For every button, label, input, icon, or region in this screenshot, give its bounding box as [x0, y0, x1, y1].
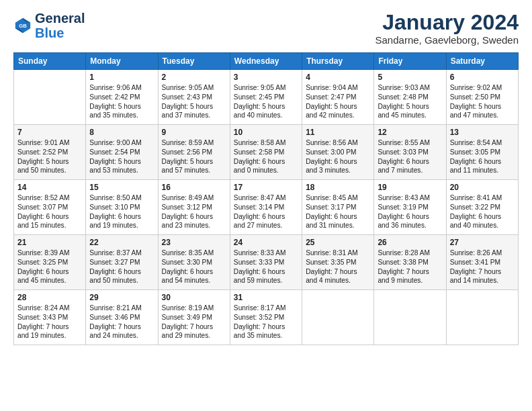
- day-number: 18: [306, 183, 370, 192]
- calendar-cell: 14Sunrise: 8:52 AM Sunset: 3:07 PM Dayli…: [14, 180, 86, 235]
- day-info: Sunrise: 8:56 AM Sunset: 3:00 PM Dayligh…: [306, 138, 370, 175]
- calendar-cell: 7Sunrise: 9:01 AM Sunset: 2:52 PM Daylig…: [14, 125, 86, 180]
- calendar-cell: 6Sunrise: 9:02 AM Sunset: 2:50 PM Daylig…: [446, 70, 518, 125]
- day-info: Sunrise: 8:58 AM Sunset: 2:58 PM Dayligh…: [234, 138, 298, 175]
- calendar-cell: 19Sunrise: 8:43 AM Sunset: 3:19 PM Dayli…: [374, 180, 446, 235]
- day-info: Sunrise: 8:39 AM Sunset: 3:25 PM Dayligh…: [17, 248, 82, 285]
- calendar-cell: 13Sunrise: 8:54 AM Sunset: 3:05 PM Dayli…: [446, 125, 518, 180]
- day-number: 1: [89, 73, 154, 82]
- page: GB General Blue January 2024 Sandarne, G…: [0, 0, 532, 352]
- day-header-thursday: Thursday: [302, 53, 374, 70]
- week-row-3: 14Sunrise: 8:52 AM Sunset: 3:07 PM Dayli…: [14, 180, 519, 235]
- day-number: 20: [450, 183, 515, 192]
- day-header-sunday: Sunday: [14, 53, 86, 70]
- calendar-cell: 24Sunrise: 8:33 AM Sunset: 3:33 PM Dayli…: [230, 235, 302, 290]
- week-row-1: 1Sunrise: 9:06 AM Sunset: 2:42 PM Daylig…: [14, 70, 519, 125]
- day-number: 24: [234, 238, 298, 247]
- day-info: Sunrise: 8:17 AM Sunset: 3:52 PM Dayligh…: [234, 304, 298, 340]
- day-number: 10: [234, 128, 298, 137]
- day-number: 13: [450, 128, 515, 137]
- logo-text: General Blue: [35, 11, 85, 40]
- header-row: SundayMondayTuesdayWednesdayThursdayFrid…: [14, 53, 519, 70]
- calendar-cell: 21Sunrise: 8:39 AM Sunset: 3:25 PM Dayli…: [14, 235, 86, 290]
- header: GB General Blue January 2024 Sandarne, G…: [13, 11, 519, 46]
- day-number: 3: [234, 73, 298, 82]
- calendar-cell: 17Sunrise: 8:47 AM Sunset: 3:14 PM Dayli…: [230, 180, 302, 235]
- day-info: Sunrise: 9:06 AM Sunset: 2:42 PM Dayligh…: [89, 83, 154, 120]
- week-row-5: 28Sunrise: 8:24 AM Sunset: 3:43 PM Dayli…: [14, 290, 519, 345]
- day-number: 31: [234, 293, 298, 302]
- calendar-cell: [446, 290, 518, 345]
- calendar-cell: 1Sunrise: 9:06 AM Sunset: 2:42 PM Daylig…: [86, 70, 158, 125]
- day-info: Sunrise: 8:50 AM Sunset: 3:10 PM Dayligh…: [89, 193, 154, 230]
- day-number: 26: [378, 238, 442, 247]
- calendar-cell: 26Sunrise: 8:28 AM Sunset: 3:38 PM Dayli…: [374, 235, 446, 290]
- day-info: Sunrise: 8:41 AM Sunset: 3:22 PM Dayligh…: [450, 193, 515, 230]
- subtitle: Sandarne, Gaevleborg, Sweden: [375, 34, 519, 46]
- day-header-monday: Monday: [86, 53, 158, 70]
- day-info: Sunrise: 9:04 AM Sunset: 2:47 PM Dayligh…: [306, 83, 370, 120]
- month-title: January 2024: [375, 11, 519, 34]
- day-number: 23: [162, 238, 226, 247]
- day-info: Sunrise: 8:35 AM Sunset: 3:30 PM Dayligh…: [162, 248, 226, 285]
- calendar-cell: 27Sunrise: 8:26 AM Sunset: 3:41 PM Dayli…: [446, 235, 518, 290]
- day-number: 15: [89, 183, 154, 192]
- calendar-cell: 4Sunrise: 9:04 AM Sunset: 2:47 PM Daylig…: [302, 70, 374, 125]
- calendar-cell: 29Sunrise: 8:21 AM Sunset: 3:46 PM Dayli…: [86, 290, 158, 345]
- day-info: Sunrise: 9:05 AM Sunset: 2:45 PM Dayligh…: [234, 83, 298, 120]
- day-number: 7: [17, 128, 82, 137]
- day-info: Sunrise: 9:05 AM Sunset: 2:43 PM Dayligh…: [162, 83, 226, 120]
- day-header-friday: Friday: [374, 53, 446, 70]
- day-info: Sunrise: 8:24 AM Sunset: 3:43 PM Dayligh…: [17, 304, 82, 340]
- calendar-cell: 18Sunrise: 8:45 AM Sunset: 3:17 PM Dayli…: [302, 180, 374, 235]
- day-number: 11: [306, 128, 370, 137]
- calendar-cell: 10Sunrise: 8:58 AM Sunset: 2:58 PM Dayli…: [230, 125, 302, 180]
- day-number: 2: [162, 73, 226, 82]
- calendar-cell: 16Sunrise: 8:49 AM Sunset: 3:12 PM Dayli…: [158, 180, 230, 235]
- day-info: Sunrise: 8:45 AM Sunset: 3:17 PM Dayligh…: [306, 193, 370, 230]
- calendar-cell: 22Sunrise: 8:37 AM Sunset: 3:27 PM Dayli…: [86, 235, 158, 290]
- day-info: Sunrise: 8:19 AM Sunset: 3:49 PM Dayligh…: [162, 304, 226, 340]
- day-number: 30: [162, 293, 226, 302]
- calendar-cell: 11Sunrise: 8:56 AM Sunset: 3:00 PM Dayli…: [302, 125, 374, 180]
- day-info: Sunrise: 8:37 AM Sunset: 3:27 PM Dayligh…: [89, 248, 154, 285]
- calendar-cell: 28Sunrise: 8:24 AM Sunset: 3:43 PM Dayli…: [14, 290, 86, 345]
- day-number: 16: [162, 183, 226, 192]
- logo-icon: GB: [13, 16, 32, 35]
- day-info: Sunrise: 8:31 AM Sunset: 3:35 PM Dayligh…: [306, 248, 370, 285]
- day-number: 17: [234, 183, 298, 192]
- calendar-cell: 3Sunrise: 9:05 AM Sunset: 2:45 PM Daylig…: [230, 70, 302, 125]
- calendar-cell: 2Sunrise: 9:05 AM Sunset: 2:43 PM Daylig…: [158, 70, 230, 125]
- calendar-cell: 23Sunrise: 8:35 AM Sunset: 3:30 PM Dayli…: [158, 235, 230, 290]
- day-number: 21: [17, 238, 82, 247]
- calendar-cell: 12Sunrise: 8:55 AM Sunset: 3:03 PM Dayli…: [374, 125, 446, 180]
- week-row-2: 7Sunrise: 9:01 AM Sunset: 2:52 PM Daylig…: [14, 125, 519, 180]
- day-info: Sunrise: 8:26 AM Sunset: 3:41 PM Dayligh…: [450, 248, 515, 285]
- day-number: 5: [378, 73, 442, 82]
- day-info: Sunrise: 8:47 AM Sunset: 3:14 PM Dayligh…: [234, 193, 298, 230]
- day-info: Sunrise: 8:49 AM Sunset: 3:12 PM Dayligh…: [162, 193, 226, 230]
- day-number: 25: [306, 238, 370, 247]
- logo: GB General Blue: [13, 11, 85, 40]
- calendar-cell: [374, 290, 446, 345]
- calendar-cell: 31Sunrise: 8:17 AM Sunset: 3:52 PM Dayli…: [230, 290, 302, 345]
- day-number: 29: [89, 293, 154, 302]
- day-number: 12: [378, 128, 442, 137]
- calendar-cell: 15Sunrise: 8:50 AM Sunset: 3:10 PM Dayli…: [86, 180, 158, 235]
- day-info: Sunrise: 8:52 AM Sunset: 3:07 PM Dayligh…: [17, 193, 82, 230]
- svg-text:GB: GB: [19, 23, 27, 29]
- calendar-cell: 30Sunrise: 8:19 AM Sunset: 3:49 PM Dayli…: [158, 290, 230, 345]
- day-number: 4: [306, 73, 370, 82]
- day-number: 19: [378, 183, 442, 192]
- day-info: Sunrise: 8:28 AM Sunset: 3:38 PM Dayligh…: [378, 248, 442, 285]
- title-block: January 2024 Sandarne, Gaevleborg, Swede…: [375, 11, 519, 46]
- day-number: 14: [17, 183, 82, 192]
- calendar-cell: 5Sunrise: 9:03 AM Sunset: 2:48 PM Daylig…: [374, 70, 446, 125]
- day-number: 6: [450, 73, 515, 82]
- day-info: Sunrise: 8:21 AM Sunset: 3:46 PM Dayligh…: [89, 304, 154, 340]
- day-header-saturday: Saturday: [446, 53, 518, 70]
- day-number: 9: [162, 128, 226, 137]
- day-info: Sunrise: 9:01 AM Sunset: 2:52 PM Dayligh…: [17, 138, 82, 175]
- day-info: Sunrise: 9:03 AM Sunset: 2:48 PM Dayligh…: [378, 83, 442, 120]
- day-info: Sunrise: 8:54 AM Sunset: 3:05 PM Dayligh…: [450, 138, 515, 175]
